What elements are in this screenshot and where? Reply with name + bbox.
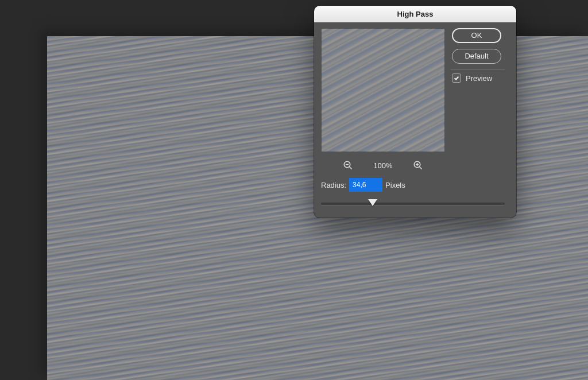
preview-toggle[interactable]: Preview bbox=[452, 73, 509, 83]
radius-input[interactable] bbox=[350, 179, 382, 191]
high-pass-dialog: High Pass 100% bbox=[314, 6, 516, 218]
radius-unit: Pixels bbox=[385, 181, 405, 189]
ok-button[interactable]: OK bbox=[452, 28, 501, 43]
preview-label: Preview bbox=[466, 74, 492, 83]
radius-slider[interactable] bbox=[321, 198, 505, 208]
slider-thumb[interactable] bbox=[368, 199, 377, 206]
default-button[interactable]: Default bbox=[452, 49, 501, 64]
radius-label: Radius: bbox=[321, 181, 346, 189]
zoom-level: 100% bbox=[369, 161, 397, 170]
dialog-title-text: High Pass bbox=[397, 10, 434, 18]
preview-checkbox[interactable] bbox=[452, 73, 461, 83]
filter-preview[interactable] bbox=[321, 28, 445, 152]
svg-line-4 bbox=[419, 166, 422, 169]
svg-line-1 bbox=[349, 166, 352, 169]
zoom-in-icon[interactable] bbox=[413, 160, 423, 170]
zoom-out-icon[interactable] bbox=[343, 160, 353, 170]
dialog-title: High Pass bbox=[314, 6, 516, 22]
slider-track bbox=[321, 203, 505, 205]
separator bbox=[451, 69, 505, 70]
